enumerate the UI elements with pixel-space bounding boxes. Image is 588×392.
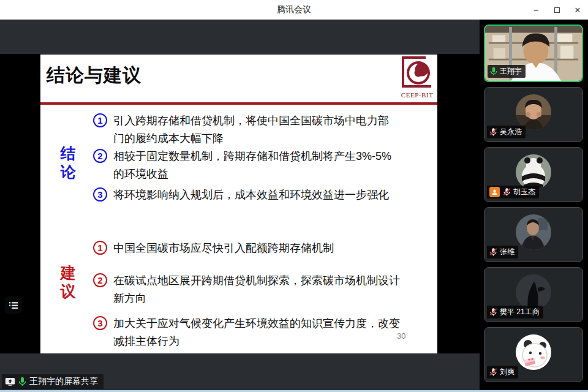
- participant-tile[interactable]: 吴永浩: [484, 87, 583, 142]
- recommendation-item-2: 2 在碳试点地区展开跨期借贷机制探索，探索碳市场机制设计新方向: [93, 272, 406, 307]
- mic-muted-icon: [489, 368, 497, 377]
- participant-name: 樊平 21工商: [500, 307, 540, 317]
- participant-tile[interactable]: 刘爽: [484, 327, 583, 382]
- close-button[interactable]: ✕: [567, 0, 588, 20]
- participant-name: 胡玉杰: [513, 187, 535, 197]
- slide-title: 结论与建议: [47, 63, 141, 88]
- avatar-image: [516, 274, 551, 310]
- mic-muted-icon: [489, 307, 497, 317]
- participant-name-tag: 樊平 21工商: [487, 306, 543, 318]
- window-title: 腾讯会议: [277, 4, 311, 15]
- mic-on-icon: [490, 67, 497, 76]
- minimize-button[interactable]: –: [526, 0, 546, 20]
- participant-name-tag: 吴永浩: [487, 126, 526, 138]
- participant-name: 张维: [500, 247, 514, 257]
- participant-tile[interactable]: 樊平 21工商: [484, 267, 583, 322]
- participant-name: 刘爽: [500, 367, 514, 377]
- circled-number-icon: 3: [93, 187, 107, 202]
- maximize-icon: [554, 7, 560, 13]
- conclusions-label: 结论: [59, 144, 77, 181]
- participant-name-tag: 张维: [487, 246, 518, 258]
- recommendation-item-1: 1 中国全国碳市场应尽快引入配额跨期存储机制: [93, 239, 406, 257]
- screen-share-label: 王翔宇的屏幕共享: [29, 376, 98, 387]
- participant-name: 王翔宇: [500, 66, 522, 77]
- participant-name-tag: 王翔宇: [488, 65, 526, 78]
- ceep-bit-logo-text: CEEP-BIT: [399, 91, 435, 99]
- shared-screen-area: 结论与建议 CEEP-BIT 结论 1 引入跨期存储和借贷机制，将使中国全国碳市…: [0, 20, 480, 390]
- conclusion-item-3: 3 将环境影响纳入规划后，成本效益和环境效益进一步强化: [93, 186, 395, 204]
- circled-number-icon: 1: [93, 113, 107, 127]
- window-titlebar: 腾讯会议 – ✕: [0, 0, 588, 20]
- participant-name-tag: 刘爽: [487, 366, 518, 379]
- list-icon: [9, 300, 18, 310]
- mic-muted-icon: [503, 187, 511, 197]
- ceep-bit-logo: CEEP-BIT: [399, 56, 435, 100]
- circled-number-icon: 1: [93, 241, 107, 255]
- window-controls: – ✕: [526, 0, 588, 20]
- circled-number-icon: 3: [93, 316, 107, 330]
- conclusion-text-1: 引入跨期存储和借贷机制，将使中国全国碳市场中电力部门的履约成本大幅下降: [113, 112, 395, 148]
- slide-page-number: 30: [397, 331, 405, 341]
- avatar-image: [516, 154, 551, 190]
- conclusion-text-3: 将环境影响纳入规划后，成本效益和环境效益进一步强化: [113, 186, 395, 204]
- mic-muted-icon: [489, 127, 497, 137]
- presentation-top-band: [0, 20, 480, 54]
- meeting-main: 结论与建议 CEEP-BIT 结论 1 引入跨期存储和借贷机制，将使中国全国碳市…: [0, 20, 588, 390]
- recommendation-text-1: 中国全国碳市场应尽快引入配额跨期存储机制: [113, 239, 406, 257]
- avatar-image: [516, 334, 551, 370]
- recommendations-label: 建议: [59, 263, 77, 300]
- conclusion-item-1: 1 引入跨期存储和借贷机制，将使中国全国碳市场中电力部门的履约成本大幅下降: [93, 112, 395, 148]
- recommendation-text-2: 在碳试点地区展开跨期借贷机制探索，探索碳市场机制设计新方向: [113, 272, 406, 307]
- participant-name: 吴永浩: [500, 127, 522, 137]
- maximize-button[interactable]: [546, 0, 567, 20]
- participant-tile[interactable]: 张维: [484, 207, 583, 262]
- screen-share-icon: [5, 377, 15, 386]
- mic-on-icon: [18, 377, 26, 386]
- participant-name-tag: 胡玉杰: [487, 186, 539, 198]
- outline-toggle-button[interactable]: [5, 296, 22, 314]
- title-underline: [40, 102, 437, 105]
- mic-muted-icon: [489, 247, 497, 257]
- conclusion-text-2: 相较于固定数量机制，跨期存储和借贷机制将产生3%-5%的环境收益: [113, 148, 395, 183]
- participant-tile[interactable]: 王翔宇: [484, 24, 583, 82]
- member-badge-icon: [489, 187, 500, 197]
- ceep-bit-logo-icon: [400, 56, 434, 91]
- presentation-slide: 结论与建议 CEEP-BIT 结论 1 引入跨期存储和借贷机制，将使中国全国碳市…: [40, 55, 437, 353]
- circled-number-icon: 2: [93, 273, 107, 287]
- avatar-image: [516, 214, 551, 250]
- conclusion-item-2: 2 相较于固定数量机制，跨期存储和借贷机制将产生3%-5%的环境收益: [93, 148, 395, 183]
- avatar-image: [516, 94, 551, 130]
- recommendation-item-3: 3 加大关于应对气候变化产生环境效益的知识宣传力度，改变减排主体行为: [93, 315, 406, 350]
- participant-tile[interactable]: 胡玉杰: [484, 147, 583, 202]
- circled-number-icon: 2: [93, 149, 107, 163]
- screen-share-banner: 王翔宇的屏幕共享: [2, 374, 104, 389]
- participants-panel: 王翔宇: [480, 20, 588, 390]
- recommendation-text-3: 加大关于应对气候变化产生环境效益的知识宣传力度，改变减排主体行为: [113, 315, 406, 350]
